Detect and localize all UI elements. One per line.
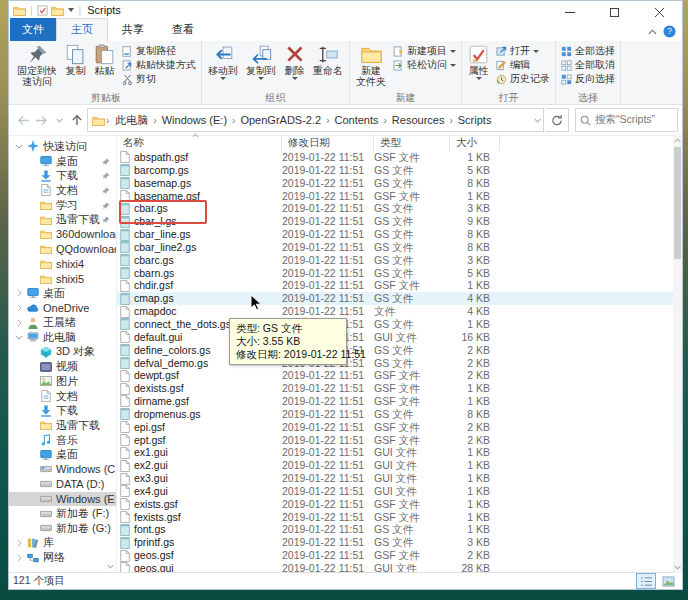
sidebar-item[interactable]: 音乐 — [9, 433, 116, 448]
file-row[interactable]: dropmenus.gs2019-01-22 11:51GS 文件8 KB — [117, 408, 682, 421]
breadcrumb-segment[interactable]: 此电脑 — [110, 113, 153, 128]
forward-button[interactable] — [33, 110, 49, 130]
file-row[interactable]: connect_the_dots.gs2019-01-22 11:51GS 文件… — [117, 318, 682, 331]
chevron-right-icon[interactable] — [15, 539, 23, 547]
file-row[interactable]: cbar_line.gs2019-01-22 11:51GS 文件8 KB — [117, 228, 682, 241]
copy-to-button[interactable]: 复制到 — [242, 43, 280, 81]
sidebar-item[interactable]: 3D 对象 — [9, 345, 116, 360]
file-row[interactable]: ex1.gui2019-01-22 11:51GUI 文件1 KB — [117, 446, 682, 459]
sidebar-item[interactable]: 桌面 — [9, 447, 116, 462]
sidebar-item[interactable]: OneDrive — [9, 301, 116, 316]
file-row[interactable]: geos.gsf2019-01-22 11:51GSF 文件2 KB — [117, 549, 682, 562]
chevron-right-icon[interactable] — [15, 554, 23, 562]
delete-button[interactable]: 删除 — [280, 43, 309, 81]
file-row[interactable]: fprintf.gs2019-01-22 11:51GS 文件3 KB — [117, 536, 682, 549]
thumbnails-view-button[interactable] — [658, 573, 678, 589]
chevron-right-icon[interactable] — [15, 289, 23, 297]
search-box[interactable]: 搜索“Scripts” — [575, 108, 678, 132]
help-icon[interactable]: ? — [663, 25, 676, 38]
breadcrumb-segment[interactable]: OpenGrADS-2.2 — [235, 114, 326, 126]
file-row[interactable]: dirname.gsf2019-01-22 11:51GSF 文件1 KB — [117, 395, 682, 408]
new-folder-qat-icon[interactable] — [51, 5, 64, 16]
select-none-button[interactable]: 全部取消 — [561, 59, 615, 71]
scroll-up-icon[interactable] — [673, 134, 682, 146]
sidebar-scroll-down-icon[interactable] — [107, 559, 114, 571]
sidebar-item[interactable]: 库 — [9, 536, 116, 551]
file-row[interactable]: define_colors.gs2019-01-22 11:51GS 文件2 K… — [117, 344, 682, 357]
sidebar-item[interactable]: 图片 — [9, 374, 116, 389]
file-row[interactable]: ept.gsf2019-01-22 11:51GSF 文件2 KB — [117, 434, 682, 447]
new-item-button[interactable]: 新建项目 — [393, 45, 456, 57]
sidebar-item[interactable]: DATA (D:) — [9, 477, 116, 492]
breadcrumb-segment[interactable]: Scripts — [453, 114, 497, 126]
sidebar-item[interactable]: Windows (E:) — [9, 492, 116, 507]
sidebar-item[interactable]: 迅雷下载 — [9, 212, 116, 227]
address-bar[interactable]: › 此电脑›Windows (E:)›OpenGrADS-2.2›Content… — [87, 108, 544, 132]
file-row[interactable]: cmap.gs2019-01-22 11:51GS 文件4 KB — [117, 292, 682, 305]
file-row[interactable]: default.gui2019-01-22 11:51GUI 文件16 KB — [117, 331, 682, 344]
file-row[interactable]: dewpt.gsf2019-01-22 11:51GSF 文件2 KB — [117, 369, 682, 382]
pin-button[interactable]: 固定到快 速访问 — [13, 43, 61, 88]
sidebar-item[interactable]: 桌面 — [9, 154, 116, 169]
file-row[interactable]: abspath.gsf2019-01-22 11:51GSF 文件1 KB — [117, 151, 682, 164]
sidebar-item[interactable]: 迅雷下载 — [9, 418, 116, 433]
move-to-button[interactable]: 移动到 — [204, 43, 242, 81]
easy-access-button[interactable]: 轻松访问 — [393, 59, 456, 71]
tab-共享[interactable]: 共享 — [108, 19, 158, 41]
recent-locations-button[interactable] — [51, 110, 67, 130]
refresh-button[interactable] — [546, 108, 569, 132]
file-row[interactable]: ex4.gui2019-01-22 11:51GUI 文件1 KB — [117, 485, 682, 498]
file-row[interactable]: ex2.gui2019-01-22 11:51GUI 文件1 KB — [117, 459, 682, 472]
sidebar-item[interactable]: QQdownload — [9, 242, 116, 257]
file-row[interactable]: defval_demo.gs2019-01-22 11:51GS 文件2 KB — [117, 357, 682, 370]
column-header-名称[interactable]: 名称 — [117, 134, 282, 151]
file-row[interactable]: exists.gsf2019-01-22 11:51GSF 文件1 KB — [117, 498, 682, 511]
file-row[interactable]: dexists.gsf2019-01-22 11:51GSF 文件1 KB — [117, 382, 682, 395]
collapse-ribbon-icon[interactable] — [648, 29, 657, 35]
sidebar-item[interactable]: shixi4 — [9, 257, 116, 272]
tab-查看[interactable]: 查看 — [158, 19, 208, 41]
properties-qat-icon[interactable] — [37, 5, 48, 16]
sidebar-item[interactable]: 文档 — [9, 389, 116, 404]
sidebar-item[interactable]: 网络 — [9, 550, 116, 565]
sidebar-item[interactable]: 此电脑 — [9, 330, 116, 345]
chevron-down-icon[interactable] — [15, 335, 23, 340]
sidebar-item[interactable]: 下载 — [9, 403, 116, 418]
file-row[interactable]: cbar_line2.gs2019-01-22 11:51GS 文件8 KB — [117, 241, 682, 254]
file-row[interactable]: ex3.gui2019-01-22 11:51GUI 文件1 KB — [117, 472, 682, 485]
breadcrumb-segment[interactable]: Contents — [329, 114, 383, 126]
sidebar-item[interactable]: 王晨绪 — [9, 315, 116, 330]
address-dropdown-icon[interactable] — [534, 118, 541, 123]
select-all-button[interactable]: 全部选择 — [561, 45, 615, 57]
column-header-修改日期[interactable]: 修改日期 — [282, 134, 374, 151]
cut-button[interactable]: 剪切 — [122, 73, 196, 85]
qat-customize-chevron-icon[interactable] — [68, 8, 74, 12]
sidebar-item[interactable]: 视频 — [9, 359, 116, 374]
new-folder-button[interactable]: 新建 文件夹 — [352, 43, 390, 88]
chevron-right-icon[interactable] — [15, 319, 23, 327]
file-list-scrollbar[interactable] — [673, 134, 682, 573]
chevron-right-icon[interactable] — [15, 304, 23, 312]
file-row[interactable]: basemap.gs2019-01-22 11:51GS 文件8 KB — [117, 177, 682, 190]
close-button[interactable] — [637, 1, 682, 23]
breadcrumb-segment[interactable]: Resources — [387, 114, 450, 126]
sidebar-item[interactable]: 快速访问 — [9, 139, 116, 154]
details-view-button[interactable] — [636, 573, 656, 589]
column-header-大小[interactable]: 大小 — [450, 134, 500, 151]
sidebar-item[interactable]: 360download — [9, 227, 116, 242]
properties-button[interactable]: 属性 — [464, 43, 493, 81]
scroll-down-icon[interactable] — [673, 561, 682, 573]
rename-button[interactable]: 重命名 — [309, 43, 347, 77]
file-row[interactable]: epi.gsf2019-01-22 11:51GSF 文件2 KB — [117, 421, 682, 434]
up-button[interactable] — [69, 110, 85, 130]
edit-button[interactable]: 编辑 — [496, 59, 550, 71]
column-header-类型[interactable]: 类型 — [374, 134, 450, 151]
paste-shortcut-button[interactable]: 粘贴快捷方式 — [122, 59, 196, 71]
sidebar-item[interactable]: 下载 — [9, 168, 116, 183]
paste-button[interactable]: 粘贴 — [90, 43, 119, 77]
file-row[interactable]: cmapdoc2019-01-22 11:51文件4 KB — [117, 305, 682, 318]
sidebar-item[interactable]: shixi5 — [9, 271, 116, 286]
chevron-down-icon[interactable] — [15, 144, 23, 149]
sidebar-item[interactable]: 学习 — [9, 198, 116, 213]
sidebar-item[interactable]: 新加卷 (G:) — [9, 521, 116, 536]
